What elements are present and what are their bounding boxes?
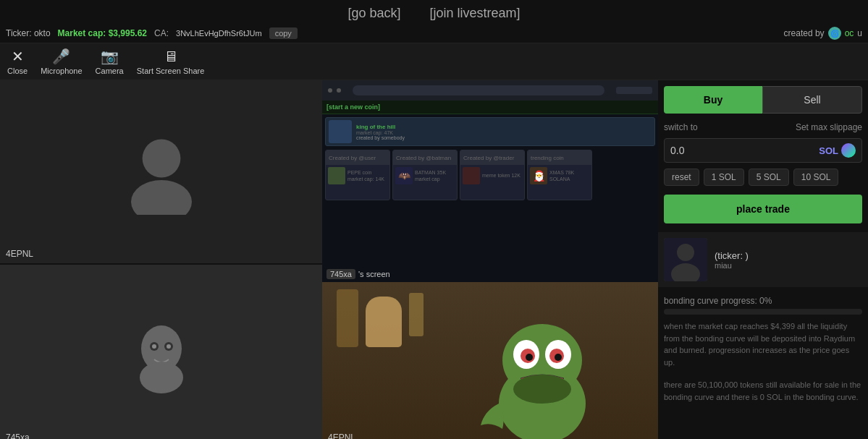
camera-label: Camera <box>96 67 124 75</box>
screen-share-label-text: 's screen <box>358 270 390 278</box>
svg-point-5 <box>152 344 156 349</box>
token-info: (ticker: ) miau <box>658 232 868 287</box>
svg-point-15 <box>555 354 562 361</box>
bonding-curve: bonding curve progress: 0% when the mark… <box>658 290 868 409</box>
buy-sell-row: Buy Sell <box>658 80 868 119</box>
join-livestream-link[interactable]: [join livestream] <box>430 6 521 21</box>
svg-point-18 <box>677 244 694 261</box>
svg-point-1 <box>131 180 192 215</box>
screen-share-label: Start Screen Share <box>137 67 205 75</box>
copy-button[interactable]: copy <box>269 27 298 39</box>
svg-point-14 <box>526 354 533 361</box>
reset-button[interactable]: reset <box>664 169 699 186</box>
close-label: Close <box>7 67 28 75</box>
created-by: created by 🌀 oc u <box>784 27 862 40</box>
svg-point-6 <box>167 344 171 349</box>
5sol-button[interactable]: 5 SOL <box>749 169 789 186</box>
sol-input-row: SOL <box>664 138 862 163</box>
screen-share-control[interactable]: 🖥 Start Screen Share <box>137 48 205 75</box>
token-sub: miau <box>715 261 749 270</box>
close-icon: ✕ <box>12 48 24 65</box>
screen-top: [start a new coin] king of the hill mark… <box>322 80 658 282</box>
market-cap-value: Market cap: $3,995.62 <box>58 28 147 38</box>
token-details: (ticker: ) miau <box>715 250 749 270</box>
ca-value: 3NvLhEvHgDfhSr6tJUm <box>176 29 262 38</box>
ticker-bar: Ticker: okto Market cap: $3,995.62 CA: 3… <box>0 24 868 43</box>
screen-share-icon: 🖥 <box>164 48 178 65</box>
meme-area <box>322 282 658 439</box>
ticker-label: Ticker: okto <box>6 28 51 38</box>
sell-button[interactable]: Sell <box>762 86 862 114</box>
set-max-slippage[interactable]: Set max slippage <box>796 122 862 132</box>
screen-bottom: 4EPNL <box>322 282 658 439</box>
switch-label: switch to <box>664 122 698 132</box>
1sol-button[interactable]: 1 SOL <box>704 169 744 186</box>
participant-name-top: 4EPNL <box>6 249 33 259</box>
microphone-label: Microphone <box>41 67 82 75</box>
bottom-participant-label: 4EPNL <box>328 432 355 439</box>
camera-control[interactable]: 📷 Camera <box>96 48 124 75</box>
avatar-bottom <box>129 316 194 396</box>
creator-name[interactable]: oc <box>845 28 854 38</box>
bonding-bar <box>664 309 862 315</box>
camera-icon: 📷 <box>101 48 119 65</box>
switch-row: switch to Set max slippage <box>658 119 868 135</box>
screen-owner-label: 745xa <box>326 269 355 279</box>
close-control[interactable]: ✕ Close <box>7 48 28 75</box>
sol-amount-input[interactable] <box>665 139 813 162</box>
avatar-top <box>118 128 205 215</box>
place-trade-button[interactable]: place trade <box>664 195 862 223</box>
microphone-icon: 🎤 <box>52 48 70 65</box>
ca-label: CA: <box>154 28 169 38</box>
token-name: (ticker: ) <box>715 250 749 261</box>
go-back-link[interactable]: [go back] <box>347 6 400 21</box>
pepe-figure <box>470 302 615 439</box>
bonding-desc1: when the market cap reaches $4,399 all t… <box>664 320 862 368</box>
participant-top: 4EPNL <box>0 80 322 265</box>
top-header: [go back] [join livestream] <box>0 0 868 24</box>
bonding-desc2: there are 50,100,000 tokens still availa… <box>664 379 862 403</box>
participant-bottom: 745xa <box>0 265 322 440</box>
bonding-title: bonding curve progress: 0% <box>664 296 862 306</box>
main-content: 4EPNL 745xa ● LIVE <box>0 80 868 439</box>
microphone-control[interactable]: 🎤 Microphone <box>41 48 82 75</box>
svg-point-7 <box>140 362 183 393</box>
right-panel: Buy Sell switch to Set max slippage SOL … <box>658 80 868 439</box>
svg-point-0 <box>142 140 180 178</box>
left-panel: 4EPNL 745xa <box>0 80 322 439</box>
participant-name-bottom: 745xa <box>6 432 30 439</box>
token-avatar <box>664 238 707 281</box>
screen-share-area: ● LIVE 1 viewers: [start a new coin] <box>322 80 658 439</box>
sol-logo <box>841 143 856 158</box>
quick-amounts: reset 1 SOL 5 SOL 10 SOL <box>658 166 868 189</box>
creator-avatar: 🌀 <box>828 27 841 40</box>
buy-button[interactable]: Buy <box>664 86 762 114</box>
sol-currency: SOL <box>813 140 861 161</box>
controls-bar: ✕ Close 🎤 Microphone 📷 Camera 🖥 Start Sc… <box>0 43 868 80</box>
svg-point-16 <box>513 375 571 404</box>
10sol-button[interactable]: 10 SOL <box>793 169 839 186</box>
center-panel: ● LIVE 1 viewers: [start a new coin] <box>322 80 658 439</box>
